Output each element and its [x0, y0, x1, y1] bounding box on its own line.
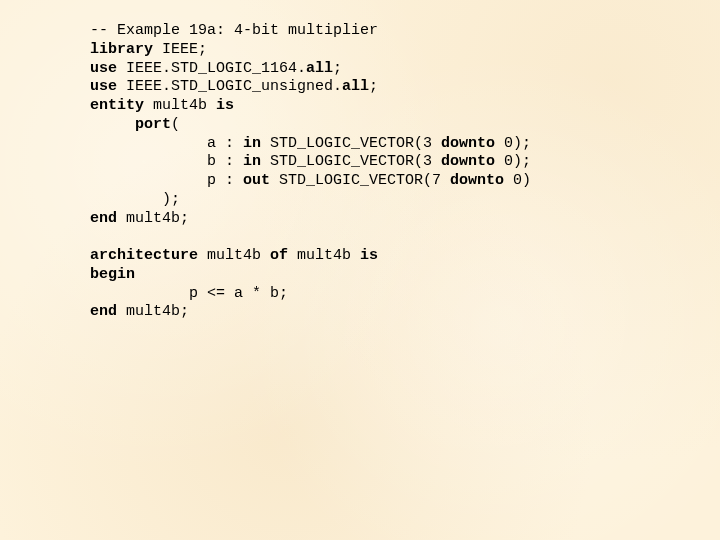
kw-is: is: [360, 247, 378, 264]
kw-downto: downto: [441, 153, 495, 170]
kw-library: library: [90, 41, 153, 58]
code-block: -- Example 19a: 4-bit multiplier library…: [0, 0, 720, 322]
kw-begin: begin: [90, 266, 135, 283]
kw-is: is: [216, 97, 234, 114]
kw-downto: downto: [441, 135, 495, 152]
kw-all: all: [306, 60, 333, 77]
kw-use: use: [90, 78, 117, 95]
comment-line: -- Example 19a: 4-bit multiplier: [90, 22, 378, 39]
kw-entity: entity: [90, 97, 144, 114]
kw-all: all: [342, 78, 369, 95]
kw-of: of: [270, 247, 288, 264]
kw-in: in: [243, 135, 261, 152]
kw-port: port: [135, 116, 171, 133]
kw-end: end: [90, 210, 117, 227]
kw-end: end: [90, 303, 117, 320]
kw-downto: downto: [450, 172, 504, 189]
kw-architecture: architecture: [90, 247, 198, 264]
kw-use: use: [90, 60, 117, 77]
kw-in: in: [243, 153, 261, 170]
kw-out: out: [243, 172, 270, 189]
